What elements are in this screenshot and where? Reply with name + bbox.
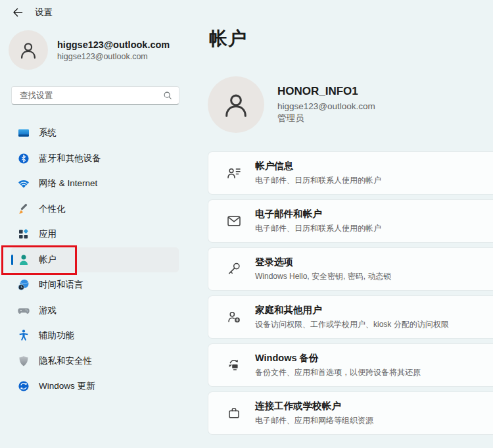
card-title: 家庭和其他用户 [255,304,449,316]
back-arrow-icon[interactable] [12,7,24,18]
email-icon [225,213,243,229]
sidebar-item-label: 隐私和安全性 [39,355,92,367]
sidebar-item-label: 蓝牙和其他设备 [39,153,101,164]
card-subtitle: 电子邮件、日历和联系人使用的帐户 [255,223,381,234]
sidebar-item-gaming[interactable]: 游戏 [11,298,179,324]
briefcase-icon [225,405,243,421]
card-windows-backup[interactable]: Windows 备份 备份文件、应用和首选项，以便跨设备将其还原 [208,343,493,387]
profile-name: HONOR_INFO1 [277,85,375,98]
sidebar-user-account[interactable]: higgse123@outlook.com higgse123@outlook.… [9,30,170,70]
accessibility-icon [17,329,30,342]
card-title: 电子邮件和帐户 [255,208,381,220]
main-content: 帐户 HONOR_INFO1 higgse123@outlook.com 管理员… [208,0,493,439]
bluetooth-icon [17,152,30,165]
sidebar-item-label: 时间和语言 [39,279,83,291]
user-name: higgse123@outlook.com [57,39,170,50]
window-title: 设置 [35,7,53,18]
sidebar-item-label: 应用 [39,228,57,240]
personalization-icon [17,203,30,216]
sidebar-item-network[interactable]: 网络 & Internet [11,171,179,197]
settings-card-list: 帐户信息 电子邮件、日历和联系人使用的帐户 电子邮件和帐户 电子邮件、日历和联系… [208,151,493,435]
search-placeholder: 查找设置 [20,90,163,101]
card-work-school-account[interactable]: 连接工作或学校帐户 电子邮件、应用和网络等组织资源 [208,391,493,435]
account-info-icon [225,165,243,181]
profile-header: HONOR_INFO1 higgse123@outlook.com 管理员 [208,76,493,133]
system-icon [17,126,30,139]
backup-sync-icon [225,357,243,373]
privacy-shield-icon [17,355,30,368]
search-input[interactable]: 查找设置 [11,86,179,105]
card-family-other-users[interactable]: 家庭和其他用户 设备访问权限、工作或学校用户、kiosk 分配的访问权限 [208,295,493,339]
network-icon [17,177,30,190]
sidebar-item-label: 游戏 [39,305,57,316]
card-subtitle: 备份文件、应用和首选项，以便跨设备将其还原 [255,367,421,378]
time-language-icon [17,278,30,291]
card-title: 连接工作或学校帐户 [255,400,373,412]
sidebar-item-apps[interactable]: 应用 [11,222,179,247]
sidebar-item-system[interactable]: 系统 [11,120,179,146]
person-add-icon [225,309,243,325]
sidebar-nav: 系统 蓝牙和其他设备 网络 & Internet 个性化 应用 帐户 [11,120,179,399]
sidebar-item-label: 辅助功能 [39,330,74,341]
sidebar-item-accounts[interactable]: 帐户 [11,247,179,273]
sidebar-item-privacy[interactable]: 隐私和安全性 [11,349,179,374]
card-subtitle: Windows Hello, 安全密钥, 密码, 动态锁 [255,271,391,282]
user-email: higgse123@outlook.com [57,52,170,61]
card-title: 帐户信息 [255,160,381,172]
windows-update-icon [17,380,30,393]
card-subtitle: 设备访问权限、工作或学校用户、kiosk 分配的访问权限 [255,319,449,330]
sidebar-item-bluetooth[interactable]: 蓝牙和其他设备 [11,146,179,172]
sidebar-item-accessibility[interactable]: 辅助功能 [11,323,179,349]
card-email-accounts[interactable]: 电子邮件和帐户 电子邮件、日历和联系人使用的帐户 [208,199,493,243]
sidebar-item-time-language[interactable]: 时间和语言 [11,272,179,298]
card-account-info[interactable]: 帐户信息 电子邮件、日历和联系人使用的帐户 [208,151,493,195]
card-subtitle: 电子邮件、日历和联系人使用的帐户 [255,175,381,186]
profile-avatar [208,76,264,133]
title-bar: 设置 [12,7,53,18]
sidebar-item-label: 帐户 [39,254,57,266]
sidebar-item-label: Windows 更新 [39,380,95,392]
card-sign-in-options[interactable]: 登录选项 Windows Hello, 安全密钥, 密码, 动态锁 [208,247,493,291]
accounts-icon [17,253,30,266]
profile-email: higgse123@outlook.com [277,101,375,111]
card-title: 登录选项 [255,256,391,268]
search-icon [163,91,172,100]
key-icon [225,261,243,277]
sidebar-item-label: 系统 [39,127,57,139]
sidebar-item-personalization[interactable]: 个性化 [11,197,179,222]
gaming-icon [17,304,30,317]
sidebar-item-label: 个性化 [39,203,66,215]
user-avatar [9,30,48,70]
sidebar-item-label: 网络 & Internet [39,178,97,189]
sidebar-item-windows-update[interactable]: Windows 更新 [11,374,179,399]
card-title: Windows 备份 [255,352,421,364]
profile-role: 管理员 [277,112,375,124]
page-title: 帐户 [209,26,493,51]
card-subtitle: 电子邮件、应用和网络等组织资源 [255,415,373,426]
apps-icon [17,228,30,241]
